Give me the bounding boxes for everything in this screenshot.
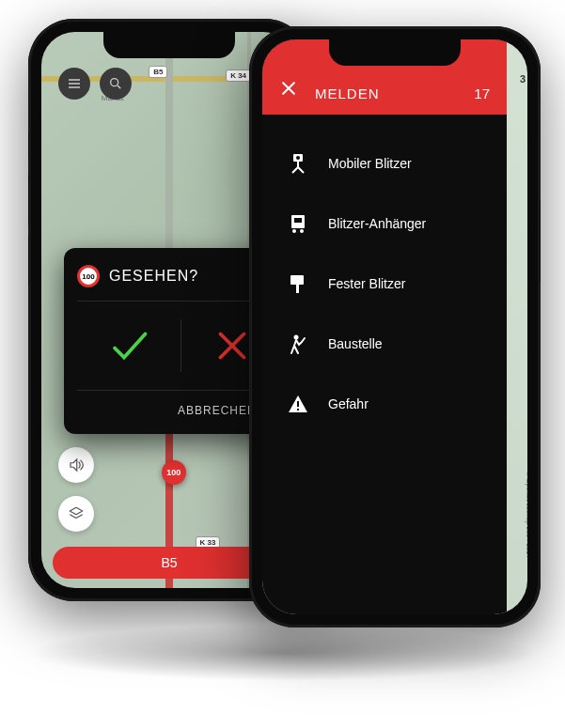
svg-point-5 xyxy=(292,229,296,233)
report-item-roadworks[interactable]: Baustelle xyxy=(285,314,484,374)
svg-point-6 xyxy=(300,229,304,233)
report-title: MELDEN xyxy=(315,85,457,101)
report-item-label: Gefahr xyxy=(328,396,369,411)
report-item-label: Mobiler Blitzer xyxy=(328,156,412,171)
report-type-list: Mobiler Blitzer Blitzer-Anhänger Fester … xyxy=(262,133,507,434)
menu-button[interactable] xyxy=(58,68,90,100)
report-item-label: Fester Blitzer xyxy=(328,276,405,291)
svg-point-9 xyxy=(294,335,299,340)
svg-rect-8 xyxy=(296,285,299,293)
map-copyright: © OpenStreetMap 2004-2014 xyxy=(526,472,527,558)
search-button[interactable] xyxy=(100,68,132,100)
speed-limit-sign-icon: 100 xyxy=(77,265,100,287)
trailer-camera-icon xyxy=(285,210,311,237)
corner-digit: 3 xyxy=(520,73,526,85)
svg-rect-11 xyxy=(297,409,299,410)
roadworks-icon xyxy=(285,331,311,357)
road-badge-b5: B5 xyxy=(149,66,167,78)
sound-button[interactable] xyxy=(58,447,94,483)
report-item-label: Blitzer-Anhänger xyxy=(328,216,426,231)
speed-camera-marker[interactable]: 100 xyxy=(162,460,186,485)
confirm-yes-button[interactable] xyxy=(105,322,152,369)
report-item-mobile-speed-camera[interactable]: Mobiler Blitzer xyxy=(285,133,484,194)
svg-point-0 xyxy=(111,79,118,86)
hazard-icon xyxy=(285,391,311,417)
svg-point-2 xyxy=(296,156,300,160)
report-item-label: Baustelle xyxy=(328,336,383,351)
countdown-value: 17 xyxy=(474,85,490,101)
fixed-camera-icon xyxy=(285,271,311,297)
close-button[interactable] xyxy=(279,79,298,101)
report-item-speed-trailer[interactable]: Blitzer-Anhänger xyxy=(285,194,484,254)
report-item-fixed-speed-camera[interactable]: Fester Blitzer xyxy=(285,254,484,314)
mobile-camera-icon xyxy=(285,150,311,177)
road-badge-k34: K 34 xyxy=(226,70,251,82)
phone-right: 3 © OpenStreetMap 2004-2014 MELDEN 17 Mo… xyxy=(249,26,541,627)
report-item-hazard[interactable]: Gefahr xyxy=(285,374,484,434)
cancel-button[interactable]: ABBRECHEN xyxy=(178,404,257,417)
dialog-title: GESEHEN? xyxy=(109,268,198,285)
layers-button[interactable] xyxy=(58,496,94,532)
svg-rect-4 xyxy=(294,218,302,223)
svg-rect-7 xyxy=(290,275,304,285)
svg-rect-10 xyxy=(297,401,299,407)
